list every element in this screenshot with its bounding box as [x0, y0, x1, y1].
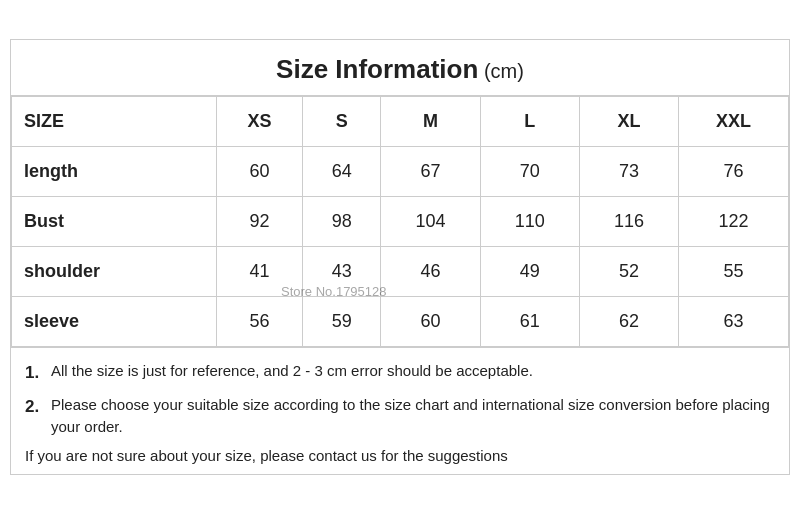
- main-title: Size Information: [276, 54, 478, 84]
- cell-shoulder-S: 43: [303, 247, 381, 297]
- cell-length-XS: 60: [216, 147, 303, 197]
- table-header-row: SIZEXSSMLXLXXL: [12, 97, 789, 147]
- cell-shoulder-XS: 41: [216, 247, 303, 297]
- cell-length-M: 67: [381, 147, 480, 197]
- note-2: 2. Please choose your suitable size acco…: [25, 394, 775, 439]
- cell-length-L: 70: [480, 147, 579, 197]
- title-unit: (cm): [478, 60, 524, 82]
- notes-section: 1. All the size is just for reference, a…: [11, 347, 789, 474]
- cell-label-Bust: Bust: [12, 197, 217, 247]
- title-row: Size Information (cm): [11, 40, 789, 96]
- note-1-text: All the size is just for reference, and …: [51, 360, 533, 383]
- cell-sleeve-L: 61: [480, 297, 579, 347]
- table-wrapper: SIZEXSSMLXLXXL length606467707376Bust929…: [11, 96, 789, 347]
- cell-Bust-XXL: 122: [679, 197, 789, 247]
- header-xxl: XXL: [679, 97, 789, 147]
- header-m: M: [381, 97, 480, 147]
- cell-length-XXL: 76: [679, 147, 789, 197]
- size-chart-container: Size Information (cm) SIZEXSSMLXLXXL len…: [10, 39, 790, 475]
- cell-label-length: length: [12, 147, 217, 197]
- cell-shoulder-M: 46: [381, 247, 480, 297]
- table-row-Bust: Bust9298104110116122: [12, 197, 789, 247]
- cell-sleeve-XXL: 63: [679, 297, 789, 347]
- cell-length-S: 64: [303, 147, 381, 197]
- header-xs: XS: [216, 97, 303, 147]
- note-extra: If you are not sure about your size, ple…: [25, 447, 775, 464]
- note-1: 1. All the size is just for reference, a…: [25, 360, 775, 386]
- header-xl: XL: [579, 97, 678, 147]
- note-2-text: Please choose your suitable size accordi…: [51, 394, 775, 439]
- cell-shoulder-XL: 52: [579, 247, 678, 297]
- size-table: SIZEXSSMLXLXXL length606467707376Bust929…: [11, 96, 789, 347]
- cell-sleeve-XL: 62: [579, 297, 678, 347]
- cell-Bust-S: 98: [303, 197, 381, 247]
- note-1-number: 1.: [25, 360, 45, 386]
- table-row-sleeve: sleeve565960616263: [12, 297, 789, 347]
- cell-length-XL: 73: [579, 147, 678, 197]
- header-s: S: [303, 97, 381, 147]
- header-l: L: [480, 97, 579, 147]
- table-row-shoulder: shoulder414346495255: [12, 247, 789, 297]
- header-size: SIZE: [12, 97, 217, 147]
- cell-sleeve-S: 59: [303, 297, 381, 347]
- table-row-length: length606467707376: [12, 147, 789, 197]
- note-2-number: 2.: [25, 394, 45, 420]
- cell-shoulder-XXL: 55: [679, 247, 789, 297]
- cell-shoulder-L: 49: [480, 247, 579, 297]
- cell-label-sleeve: sleeve: [12, 297, 217, 347]
- cell-sleeve-XS: 56: [216, 297, 303, 347]
- cell-sleeve-M: 60: [381, 297, 480, 347]
- cell-Bust-M: 104: [381, 197, 480, 247]
- cell-Bust-XL: 116: [579, 197, 678, 247]
- cell-Bust-XS: 92: [216, 197, 303, 247]
- cell-label-shoulder: shoulder: [12, 247, 217, 297]
- cell-Bust-L: 110: [480, 197, 579, 247]
